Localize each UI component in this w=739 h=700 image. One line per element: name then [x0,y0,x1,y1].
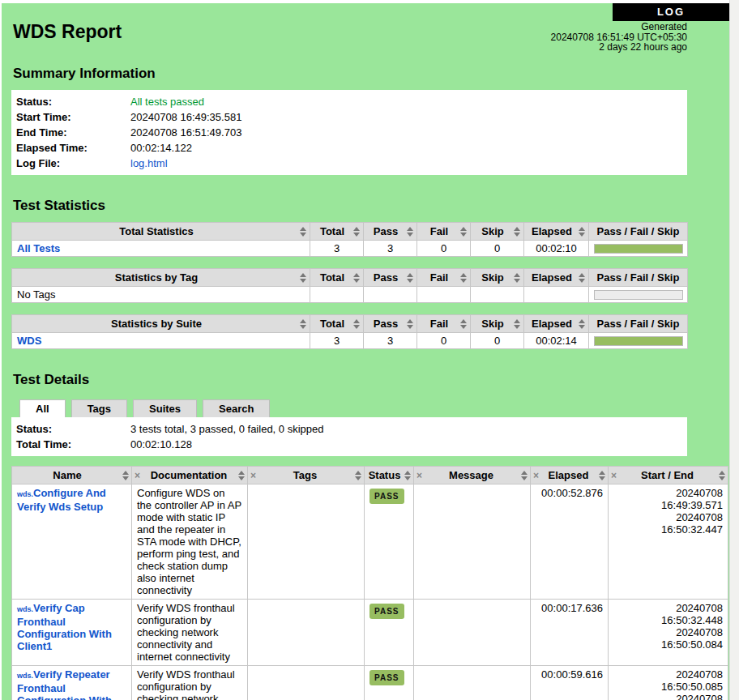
details-total-time-row: Total Time: 00:02:10.128 [11,437,687,452]
status-badge: PASS [370,670,404,685]
suite-wds-link[interactable]: WDS [17,335,41,347]
sort-icon[interactable] [719,471,725,480]
col-pass: Pass [367,318,404,330]
test-end: 20240708 16:50:50.084 [613,626,723,651]
sort-icon[interactable] [460,273,467,283]
total-value: 3 [310,333,364,349]
test-tags [248,600,365,666]
tab-tags[interactable]: Tags [71,399,127,417]
skip-value: 0 [471,241,524,257]
sort-icon[interactable] [407,227,413,237]
sort-icon[interactable] [355,471,361,480]
sort-icon[interactable] [514,227,520,237]
sort-icon[interactable] [407,273,413,283]
table-row: No Tags [12,287,688,303]
sort-icon[interactable] [579,273,585,283]
tab-search[interactable]: Search [203,399,270,417]
pass-value: 3 [364,333,417,349]
col-documentation: Documentation [142,469,236,481]
sort-icon[interactable] [579,319,585,329]
pass-value: 3 [364,241,417,257]
summary-end-value: 20240708 16:51:49.703 [130,125,241,140]
sort-icon[interactable] [514,273,520,283]
tab-all[interactable]: All [19,399,66,417]
col-elapsed: Elapsed [528,318,576,330]
col-elapsed: Elapsed [528,225,576,237]
total-statistics-table: Total Statistics Total Pass Fail Skip El… [11,222,688,257]
col-skip: Skip [474,271,511,284]
col-message: Message [424,469,519,481]
test-message [414,600,531,666]
col-fail: Fail [421,225,458,237]
hide-column-icon[interactable]: × [135,470,140,481]
col-total: Total [314,318,351,330]
hide-column-icon[interactable]: × [611,470,617,481]
sort-icon[interactable] [238,471,245,480]
sort-icon[interactable] [407,319,413,329]
fail-value: 0 [417,241,471,257]
skip-value [471,287,524,303]
test-elapsed: 00:00:52.876 [531,484,609,600]
total-value: 3 [310,241,364,257]
col-start-end: Start / End [618,469,716,481]
summary-row-status: Status: All tests passed [11,94,687,109]
test-message [414,666,531,700]
tab-suites[interactable]: Suites [133,399,197,417]
sort-icon[interactable] [514,319,520,329]
test-tags [248,666,365,700]
generated-label: Generated [551,22,687,32]
col-status: Status [367,469,402,481]
log-button[interactable]: LOG [613,3,729,21]
test-name-link[interactable]: wds.Configure And Verify Wds Setup [17,487,106,513]
all-tests-link[interactable]: All Tests [17,242,60,254]
hide-column-icon[interactable]: × [416,470,422,481]
elapsed-value: 00:02:14 [524,333,589,349]
sort-icon[interactable] [579,227,585,237]
summary-elapsed-label: Elapsed Time: [11,140,130,156]
summary-logfile-label: Log File: [11,156,130,171]
statistics-by-suite-table: Statistics by Suite Total Pass Fail Skip… [11,314,688,349]
summary-heading: Summary Information [13,66,729,82]
sort-icon[interactable] [300,319,306,329]
sort-icon[interactable] [521,471,528,480]
sort-icon[interactable] [404,471,411,480]
test-documentation: Configure WDS on the controller AP in AP… [132,484,248,600]
col-name: Name [15,469,120,481]
summary-row-end: End Time: 20240708 16:51:49.703 [11,125,687,140]
vertical-scrollbar[interactable] [729,0,739,700]
log-file-link[interactable]: log.html [130,157,168,169]
sort-icon[interactable] [300,273,306,283]
sort-icon[interactable] [460,227,467,237]
sort-icon[interactable] [122,471,129,480]
generated-info: Generated 20240708 16:51:49 UTC+05:30 2 … [551,22,687,53]
statistics-heading: Test Statistics [13,198,729,214]
suite-prefix: wds. [17,605,33,613]
test-name-link[interactable]: wds.Verify Cap Fronthaul Configuration W… [17,602,112,652]
col-fail: Fail [421,318,458,330]
sort-icon[interactable] [460,319,467,329]
sort-icon[interactable] [353,227,360,237]
test-start: 20240708 16:50:32.448 [613,602,723,626]
pass-value [364,287,417,303]
details-total-time-value: 00:02:10.128 [130,437,192,452]
sort-icon[interactable] [599,471,605,480]
suite-prefix: wds. [17,672,33,680]
summary-start-label: Start Time: [11,109,130,125]
test-message [414,484,531,600]
test-end: 20240708 16:51:49.701 [613,693,723,700]
sort-icon[interactable] [353,319,360,329]
summary-elapsed-value: 00:02:14.122 [130,140,192,156]
summary-status-label: Status: [11,94,130,109]
statistics-by-tag-table: Statistics by Tag Total Pass Fail Skip E… [11,268,688,303]
hide-column-icon[interactable]: × [533,470,539,481]
details-status-value: 3 tests total, 3 passed, 0 failed, 0 ski… [130,421,323,437]
col-total: Total [314,225,351,237]
hide-column-icon[interactable]: × [250,470,256,481]
sort-icon[interactable] [300,227,306,237]
sort-icon[interactable] [353,273,360,283]
test-name-link[interactable]: wds.Verify Repeater Fronthaul Configurat… [17,668,112,700]
details-status-row: Status: 3 tests total, 3 passed, 0 faile… [11,421,687,437]
test-start: 20240708 16:50:50.085 [613,668,723,693]
test-details-table: Name ×Documentation ×Tags Status ×Messag… [11,466,728,700]
summary-status-value: All tests passed [130,94,204,109]
